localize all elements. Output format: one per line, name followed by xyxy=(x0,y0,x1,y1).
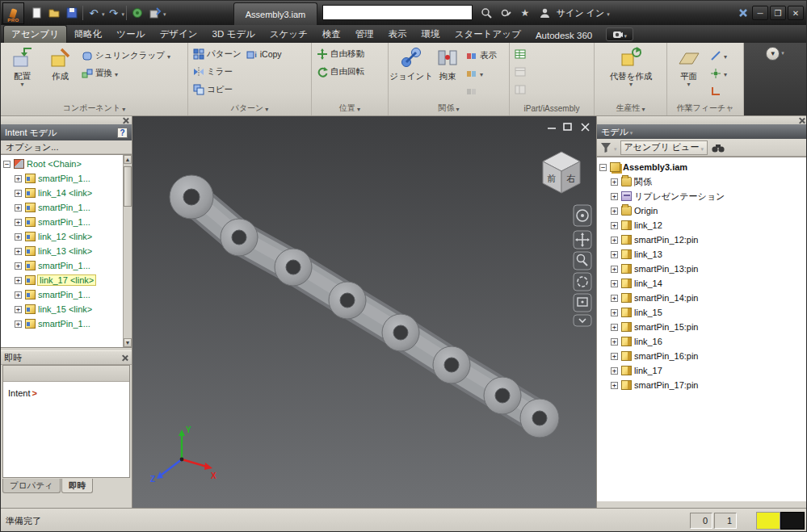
expand-icon[interactable]: + xyxy=(15,291,22,299)
viewport-canvas[interactable]: 前 右 xyxy=(132,116,596,508)
panel-label-productivity[interactable]: 生産性 xyxy=(595,101,666,115)
ribbon-tab-スケッチ[interactable]: スケッチ xyxy=(263,25,315,43)
intent-panel-header[interactable]: Intent モデル ? xyxy=(1,124,132,140)
minimize-window-button[interactable]: ─ xyxy=(752,6,768,20)
tree-item-link_12 <link>[interactable]: +link_12 <link> xyxy=(1,229,132,244)
tree-item-smartPin_1...[interactable]: +smartPin_1... xyxy=(1,215,132,229)
tree-item-link_17[interactable]: +link_17 xyxy=(597,363,807,378)
tree-item-link_12[interactable]: +link_12 xyxy=(597,218,807,232)
tab-immediate[interactable]: 即時 xyxy=(61,479,93,493)
search-button[interactable] xyxy=(477,4,495,22)
expand-icon[interactable]: + xyxy=(15,190,22,197)
user-button[interactable] xyxy=(536,4,553,22)
ribbon-tab-スタートアップ[interactable]: スタートアップ xyxy=(448,25,528,43)
replace-button[interactable]: 置換 xyxy=(79,65,173,82)
restore-window-button[interactable]: ❐ xyxy=(770,6,786,20)
expand-icon[interactable]: + xyxy=(15,262,22,270)
tree-item-smartPin_12:pin[interactable]: +smartPin_12:pin xyxy=(597,232,807,247)
tree-item-link_17 <link>[interactable]: +link_17 <link> xyxy=(1,273,132,287)
scroll-down-icon[interactable]: ▼ xyxy=(124,338,132,347)
ribbon-tab-検査[interactable]: 検査 xyxy=(315,25,348,43)
minimize-ribbon-button[interactable]: ▼ xyxy=(766,47,780,61)
expand-icon[interactable]: + xyxy=(611,178,618,186)
pan-button[interactable] xyxy=(574,231,591,249)
close-browser-panel-icon[interactable] xyxy=(798,117,805,124)
axis-button[interactable] xyxy=(708,47,729,65)
ribbon-options-dropdown-icon[interactable] xyxy=(782,47,784,115)
free-move-button[interactable]: 自由移動 xyxy=(314,45,386,63)
tree-item-link_13 <link>[interactable]: +link_13 <link> xyxy=(1,244,132,258)
orbit-button[interactable] xyxy=(574,273,591,291)
ipart-table-button[interactable] xyxy=(512,45,592,63)
tree-item-Assembly3.iam[interactable]: −Assembly3.iam xyxy=(597,160,807,174)
panel-label-position[interactable]: 位置 xyxy=(312,101,388,115)
navbar-more-button[interactable] xyxy=(574,315,591,326)
new-file-button[interactable] xyxy=(27,4,45,22)
tree-item-smartPin_14:pin[interactable]: +smartPin_14:pin xyxy=(597,291,807,305)
hide-all-button[interactable] xyxy=(464,82,499,100)
tree-item-smartPin_17:pin[interactable]: +smartPin_17:pin xyxy=(597,378,807,392)
tree-item-link_14[interactable]: +link_14 xyxy=(597,276,807,291)
ribbon-tab-デザイン[interactable]: デザイン xyxy=(152,25,204,43)
viewport-3d[interactable]: 前 右 xyxy=(132,116,596,508)
tree-item-link_15 <link>[interactable]: +link_15 <link> xyxy=(1,302,132,316)
tab-properties[interactable]: プロパティ xyxy=(2,479,61,493)
ribbon-tab-簡略化[interactable]: 簡略化 xyxy=(67,25,110,43)
tree-item-link_15[interactable]: +link_15 xyxy=(597,305,807,320)
tree-item-smartPin_1...[interactable]: +smartPin_1... xyxy=(1,287,132,302)
inventor-app-icon[interactable]: PRO xyxy=(2,2,24,24)
expand-icon[interactable]: + xyxy=(611,382,618,389)
save-button[interactable] xyxy=(63,4,81,22)
material-dropdown-icon[interactable] xyxy=(164,8,166,18)
panel-label-pattern[interactable]: パターン xyxy=(188,101,311,115)
tree-item-関係[interactable]: +関係 xyxy=(597,174,807,189)
expand-icon[interactable]: + xyxy=(611,251,618,258)
search-binoculars-icon[interactable] xyxy=(711,142,725,153)
expand-icon[interactable]: + xyxy=(611,353,618,360)
tree-item-link_13[interactable]: +link_13 xyxy=(597,247,807,262)
tree-item-smartPin_1...[interactable]: +smartPin_1... xyxy=(1,200,132,215)
expand-icon[interactable]: + xyxy=(15,277,22,284)
intent-tree-scrollbar[interactable]: ▲ ▼ xyxy=(123,155,132,347)
create-button[interactable]: 作成 xyxy=(41,44,79,101)
ipart-edit-button[interactable] xyxy=(512,63,592,81)
expand-icon[interactable]: + xyxy=(611,280,618,287)
undo-button[interactable]: ↶ xyxy=(85,4,103,22)
expand-icon[interactable]: + xyxy=(15,320,22,328)
mirror-button[interactable]: ミラー xyxy=(191,63,309,81)
constrain-button[interactable]: 拘束 xyxy=(431,44,464,101)
zoom-button[interactable] xyxy=(574,252,591,270)
ribbon-tab-環境[interactable]: 環境 xyxy=(414,25,448,43)
favorites-button[interactable]: ★ xyxy=(516,4,534,22)
pattern-button[interactable]: パターン xyxy=(191,45,244,63)
tree-item-Root <Chain>[interactable]: −Root <Chain> xyxy=(1,157,132,171)
panel-label-component[interactable]: コンポーネント xyxy=(1,101,187,115)
expand-icon[interactable]: + xyxy=(611,309,618,316)
tree-item-smartPin_1...[interactable]: +smartPin_1... xyxy=(1,316,132,331)
look-at-button[interactable] xyxy=(574,294,591,312)
browser-panel-header[interactable]: モデル xyxy=(597,124,807,139)
material-button[interactable] xyxy=(146,4,164,22)
close-intent-panel-icon[interactable] xyxy=(122,117,129,124)
tree-item-smartPin_16:pin[interactable]: +smartPin_16:pin xyxy=(597,349,807,363)
expand-icon[interactable]: + xyxy=(15,204,22,212)
tree-item-smartPin_13:pin[interactable]: +smartPin_13:pin xyxy=(597,262,807,276)
tree-item-smartPin_1...[interactable]: +smartPin_1... xyxy=(1,258,132,273)
expand-icon[interactable]: + xyxy=(15,248,22,255)
ribbon-tab-表示[interactable]: 表示 xyxy=(381,25,414,43)
expand-icon[interactable]: + xyxy=(611,193,618,200)
open-button[interactable] xyxy=(45,4,63,22)
ribbon-tab-Autodesk 360[interactable]: Autodesk 360 xyxy=(528,27,599,43)
expand-icon[interactable]: + xyxy=(611,338,618,346)
panel-label-ipart[interactable]: iPart/iAssembly xyxy=(510,101,594,115)
expand-icon[interactable]: + xyxy=(611,222,618,229)
steering-wheel-button[interactable] xyxy=(574,205,591,226)
update-button[interactable] xyxy=(128,4,146,22)
expand-icon[interactable]: + xyxy=(611,295,618,302)
expand-icon[interactable]: + xyxy=(15,175,22,182)
ribbon-tab-ツール[interactable]: ツール xyxy=(109,25,152,43)
scroll-thumb[interactable] xyxy=(124,166,132,207)
expand-icon[interactable]: + xyxy=(15,233,22,241)
redo-button[interactable]: ↷ xyxy=(105,4,123,22)
document-tab[interactable]: Assembly3.iam xyxy=(233,2,317,25)
